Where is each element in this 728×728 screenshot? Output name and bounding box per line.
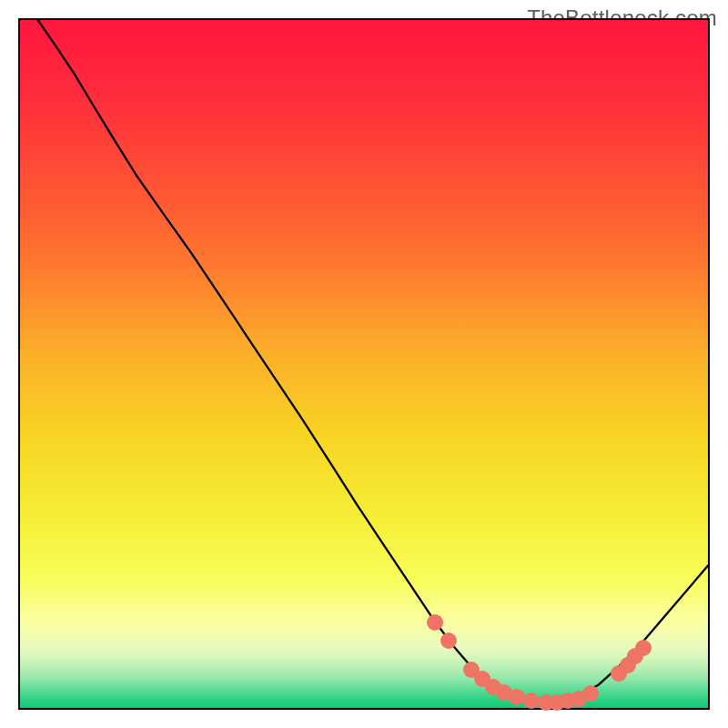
marker-dot: [509, 689, 525, 705]
chart-container: TheBottleneck.com: [0, 0, 728, 728]
marker-dot: [635, 640, 652, 656]
marker-dot: [440, 632, 457, 649]
chart-curve: [20, 20, 708, 708]
plot-area: [18, 18, 710, 710]
marker-dot: [582, 685, 599, 702]
marker-dot: [427, 614, 443, 631]
